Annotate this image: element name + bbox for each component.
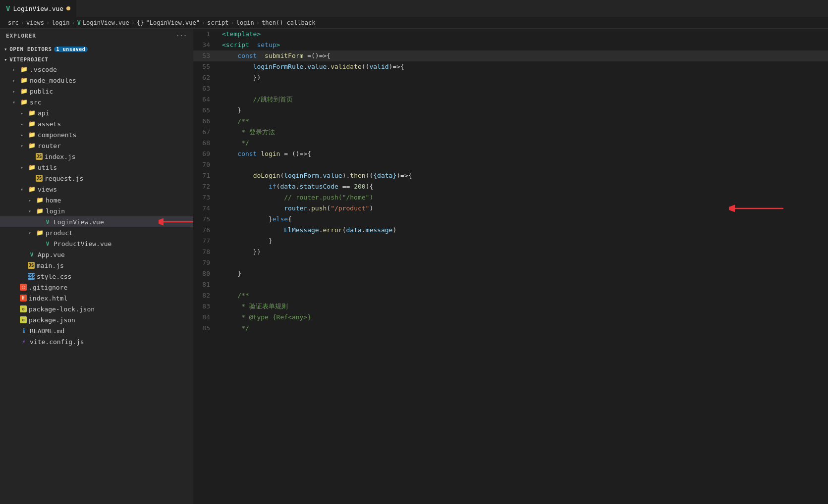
sidebar-item-request-js[interactable]: JS request.js — [0, 173, 193, 184]
code-line-84: 84 * @type {Ref<any>} — [193, 312, 828, 323]
index-html-icon: H — [20, 295, 27, 302]
request-js-label: request.js — [45, 175, 83, 182]
breadcrumb-braces: {} — [137, 19, 144, 26]
vscode-folder-icon: 📁 — [20, 65, 28, 73]
unsaved-indicator — [66, 6, 70, 10]
open-editors-header[interactable]: OPEN EDITORS 1 unsaved — [0, 45, 193, 53]
sidebar: EXPLORER ··· OPEN EDITORS 1 unsaved VITE… — [0, 29, 193, 504]
breadcrumb-src: src — [8, 19, 19, 26]
package-lock-icon: ⚙ — [20, 305, 27, 312]
node-modules-arrow — [10, 78, 18, 83]
open-editors-label: OPEN EDITORS — [9, 46, 52, 52]
sidebar-item-gitignore[interactable]: ⬡ .gitignore — [0, 282, 193, 293]
code-editor: 1 <template> 34 <script setup> 53 const … — [193, 29, 828, 504]
breadcrumb-file: LoginView.vue — [83, 19, 129, 26]
src-icon: 📁 — [20, 98, 28, 106]
productview-icon: V — [44, 240, 52, 248]
views-icon: 📁 — [28, 185, 36, 193]
app-vue-icon: V — [28, 251, 36, 258]
active-tab[interactable]: V LoginView.vue — [0, 0, 77, 17]
api-arrow — [18, 110, 26, 116]
assets-arrow — [18, 121, 26, 127]
public-label: public — [30, 88, 53, 95]
utils-label: utils — [38, 164, 57, 171]
components-arrow — [18, 132, 26, 138]
code-line-63: 63 — [193, 83, 828, 94]
vscode-label: .vscode — [30, 66, 57, 73]
vue-file-icon: V — [6, 4, 10, 12]
sidebar-item-utils[interactable]: 📁 utils — [0, 162, 193, 173]
home-icon: 📁 — [36, 196, 44, 204]
arrow-annotation-left — [159, 214, 193, 229]
sidebar-item-main-js[interactable]: JS main.js — [0, 260, 193, 271]
code-line-55: 55 loginFormRule.value.validate((valid)=… — [193, 61, 828, 72]
sidebar-item-index-html[interactable]: H index.html — [0, 293, 193, 303]
sidebar-item-vite-config[interactable]: ⚡ vite.config.js — [0, 336, 193, 347]
breadcrumb-then: then() callback — [262, 19, 315, 26]
code-line-74: 74 router.push("/product") — [193, 203, 828, 214]
sidebar-item-package-lock[interactable]: ⚙ package-lock.json — [0, 303, 193, 314]
tab-filename: LoginView.vue — [13, 5, 63, 12]
code-line-67: 67 * 登录方法 — [193, 127, 828, 138]
sidebar-item-app-vue[interactable]: V App.vue — [0, 249, 193, 260]
sidebar-item-components[interactable]: 📁 components — [0, 129, 193, 140]
tab-bar: V LoginView.vue — [0, 0, 828, 17]
code-line-77: 77 } — [193, 236, 828, 247]
main-layout: EXPLORER ··· OPEN EDITORS 1 unsaved VITE… — [0, 29, 828, 504]
product-icon: 📁 — [36, 229, 44, 237]
readme-label: README.md — [30, 327, 64, 335]
code-line-70: 70 — [193, 159, 828, 170]
sidebar-item-node-modules[interactable]: 📁 node_modules — [0, 75, 193, 86]
package-json-label: package.json — [29, 316, 75, 324]
arrow-annotation-74 — [729, 201, 788, 216]
sidebar-item-public[interactable]: 📁 public — [0, 86, 193, 97]
router-arrow — [18, 143, 26, 149]
sidebar-item-loginview-vue[interactable]: V LoginView.vue — [0, 216, 193, 227]
code-line-64: 64 //跳转到首页 — [193, 94, 828, 105]
style-css-label: style.css — [37, 273, 71, 280]
sidebar-item-package-json[interactable]: ⚙ package.json — [0, 314, 193, 325]
sidebar-item-productview-vue[interactable]: V ProductView.vue — [0, 238, 193, 249]
code-line-53: 53 const submitForm =()=>{ — [193, 50, 828, 61]
sidebar-item-home[interactable]: 📁 home — [0, 195, 193, 205]
sidebar-item-router[interactable]: 📁 router — [0, 140, 193, 151]
login-label: login — [46, 207, 65, 215]
sidebar-item-api[interactable]: 📁 api — [0, 107, 193, 118]
breadcrumb-quoted: "LoginView.vue" — [146, 19, 199, 26]
sidebar-item-index-js[interactable]: JS index.js — [0, 151, 193, 162]
code-line-81: 81 — [193, 279, 828, 290]
public-arrow — [10, 89, 18, 94]
sidebar-item-vscode[interactable]: 📁 .vscode — [0, 64, 193, 75]
breadcrumb-views: views — [26, 19, 44, 26]
sidebar-item-src[interactable]: 📁 src — [0, 97, 193, 107]
project-header[interactable]: VITEPROJECT — [0, 55, 193, 64]
node-modules-label: node_modules — [30, 77, 76, 84]
code-area[interactable]: 1 <template> 34 <script setup> 53 const … — [193, 29, 828, 504]
vite-config-icon: ⚡ — [20, 338, 28, 346]
sidebar-item-style-css[interactable]: CSS style.css — [0, 271, 193, 282]
open-editors-arrow — [4, 46, 7, 52]
sidebar-item-readme[interactable]: ℹ README.md — [0, 325, 193, 336]
app-vue-label: App.vue — [38, 251, 65, 258]
src-label: src — [30, 99, 41, 106]
code-line-85: 85 */ — [193, 323, 828, 334]
assets-icon: 📁 — [28, 120, 36, 128]
gitignore-icon: ⬡ — [20, 284, 27, 291]
vscode-arrow — [10, 67, 18, 72]
unsaved-badge: 1 unsaved — [54, 47, 88, 52]
readme-icon: ℹ — [20, 327, 28, 335]
code-line-78: 78 }) — [193, 247, 828, 257]
sidebar-item-assets[interactable]: 📁 assets — [0, 118, 193, 129]
node-modules-icon: 📁 — [20, 76, 28, 84]
assets-label: assets — [38, 120, 61, 128]
package-json-icon: ⚙ — [20, 316, 27, 323]
sidebar-item-views[interactable]: 📁 views — [0, 184, 193, 195]
router-label: router — [38, 142, 61, 150]
product-label: product — [46, 229, 73, 237]
explorer-header: EXPLORER ··· — [0, 29, 193, 43]
code-line-34: 34 <script setup> — [193, 40, 828, 50]
request-js-icon: JS — [36, 175, 43, 182]
explorer-menu-dots[interactable]: ··· — [176, 33, 187, 39]
breadcrumb-login: login — [52, 19, 69, 26]
index-js-icon: JS — [36, 153, 43, 160]
